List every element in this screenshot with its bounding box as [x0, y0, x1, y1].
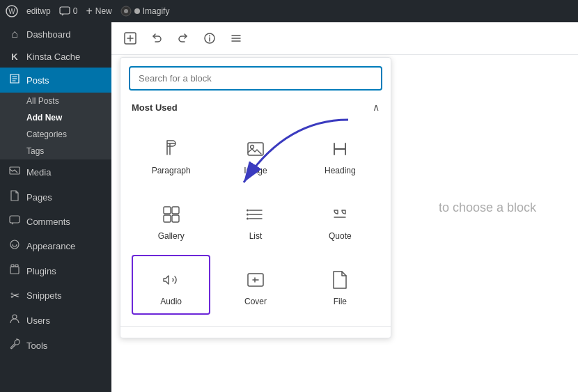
new-label: New — [95, 6, 112, 16]
sidebar-item-tools[interactable]: Tools — [0, 333, 111, 358]
pages-icon — [8, 190, 21, 204]
list-icon — [243, 202, 268, 227]
sidebar-label-appearance: Appearance — [26, 241, 75, 251]
plugin-logo[interactable]: Imagify — [120, 6, 170, 17]
sidebar-item-kinsta-cache[interactable]: K Kinsta Cache — [0, 46, 111, 68]
svg-point-13 — [13, 315, 17, 319]
plugin-name: Imagify — [143, 6, 170, 16]
svg-rect-19 — [164, 207, 171, 214]
file-icon — [327, 267, 352, 292]
plugins-icon — [8, 264, 21, 278]
wp-logo-link[interactable]: W — [6, 5, 18, 17]
submenu-tags[interactable]: Tags — [0, 143, 111, 159]
sidebar-item-pages[interactable]: Pages — [0, 185, 111, 210]
plugin-status — [134, 8, 140, 14]
sidebar-label-users: Users — [26, 315, 50, 326]
section-collapse-button[interactable]: ∧ — [373, 102, 380, 113]
svg-point-23 — [247, 210, 249, 212]
block-section-header: Most Used ∧ — [120, 96, 391, 118]
svg-rect-22 — [172, 215, 179, 222]
heading-icon — [327, 136, 352, 162]
submenu-categories[interactable]: Categories — [0, 126, 111, 143]
block-grid: Paragraph Image — [120, 118, 391, 320]
new-content-link[interactable]: + New — [86, 5, 111, 17]
sidebar-item-media[interactable]: Media — [0, 159, 111, 185]
sidebar-label-media: Media — [26, 167, 51, 178]
quote-icon — [327, 202, 352, 227]
gallery-label: Gallery — [158, 231, 185, 241]
section-label: Most Used — [132, 102, 178, 113]
svg-point-24 — [247, 214, 249, 216]
block-inserter-panel: Most Used ∧ Paragraph — [120, 57, 391, 338]
block-item-quote[interactable]: Quote — [301, 189, 380, 249]
svg-point-4 — [124, 9, 128, 13]
block-search-input[interactable] — [129, 66, 382, 91]
media-icon — [8, 165, 21, 179]
users-icon — [8, 313, 21, 327]
sidebar-label-tools: Tools — [26, 340, 47, 351]
block-item-heading[interactable]: Heading — [301, 124, 380, 184]
block-item-list[interactable]: List — [216, 189, 295, 249]
main-content: Most Used ∧ Paragraph — [111, 0, 578, 392]
sidebar-label-pages: Pages — [26, 192, 52, 203]
submenu-all-posts[interactable]: All Posts — [0, 93, 111, 109]
site-name-link[interactable]: editwp — [26, 6, 51, 16]
dashboard-icon: ⌂ — [8, 28, 21, 40]
file-label: File — [334, 297, 347, 306]
sidebar-item-snippets[interactable]: ✂ Snippets — [0, 283, 111, 308]
sidebar-label-posts: Posts — [26, 75, 49, 86]
svg-rect-20 — [172, 207, 179, 214]
list-label: List — [249, 231, 263, 241]
block-item-image[interactable]: Image — [216, 124, 295, 184]
redo-button[interactable] — [173, 28, 194, 49]
block-item-cover[interactable]: Cover — [216, 255, 295, 315]
sidebar-item-posts[interactable]: Posts — [0, 68, 111, 93]
info-button[interactable] — [199, 28, 220, 49]
editor-toolbar — [111, 22, 578, 55]
kinsta-icon: K — [8, 52, 21, 62]
sidebar-item-users[interactable]: Users — [0, 308, 111, 333]
panel-divider — [120, 326, 391, 327]
posts-icon — [8, 73, 21, 87]
cover-icon — [243, 267, 268, 292]
placeholder-text: to choose a block — [439, 200, 536, 214]
sidebar-label-dashboard: Dashboard — [26, 29, 71, 40]
block-search-container — [120, 58, 391, 96]
site-name-text: editwp — [26, 6, 51, 16]
paragraph-label: Paragraph — [152, 166, 191, 175]
comments-link[interactable]: 0 — [59, 6, 78, 16]
block-item-file[interactable]: File — [301, 255, 380, 315]
block-item-paragraph[interactable]: Paragraph — [132, 124, 210, 184]
editor-placeholder: to choose a block — [439, 200, 536, 214]
image-icon — [243, 136, 268, 162]
sidebar-label-snippets: Snippets — [26, 290, 62, 301]
svg-rect-8 — [10, 216, 19, 223]
svg-point-9 — [10, 240, 19, 249]
appearance-icon — [8, 239, 21, 253]
undo-button[interactable] — [146, 28, 167, 49]
block-item-audio[interactable]: Audio — [132, 255, 210, 315]
comments-icon — [8, 215, 21, 228]
add-block-button[interactable] — [120, 28, 141, 49]
svg-rect-21 — [164, 215, 171, 222]
sidebar-item-appearance[interactable]: Appearance — [0, 233, 111, 258]
svg-point-16 — [209, 36, 210, 37]
sidebar-label-kinsta: Kinsta Cache — [26, 52, 80, 62]
tools-icon — [8, 338, 21, 352]
sidebar-item-dashboard[interactable]: ⌂ Dashboard — [0, 22, 111, 46]
editor-area: Most Used ∧ Paragraph — [111, 22, 578, 392]
paragraph-icon — [159, 136, 184, 162]
sidebar-label-plugins: Plugins — [26, 266, 56, 276]
posts-submenu: All Posts Add New Categories Tags — [0, 93, 111, 159]
snippets-icon: ✂ — [8, 289, 21, 302]
admin-bar: W editwp 0 + New Imagify — [0, 0, 578, 22]
comments-count: 0 — [73, 6, 78, 16]
block-item-gallery[interactable]: Gallery — [132, 189, 210, 249]
sidebar-item-plugins[interactable]: Plugins — [0, 258, 111, 283]
svg-point-18 — [250, 146, 253, 149]
image-label: Image — [244, 166, 267, 175]
menu-button[interactable] — [226, 28, 247, 49]
quote-label: Quote — [329, 231, 352, 241]
submenu-add-new[interactable]: Add New — [0, 109, 111, 126]
sidebar-item-comments[interactable]: Comments — [0, 210, 111, 233]
